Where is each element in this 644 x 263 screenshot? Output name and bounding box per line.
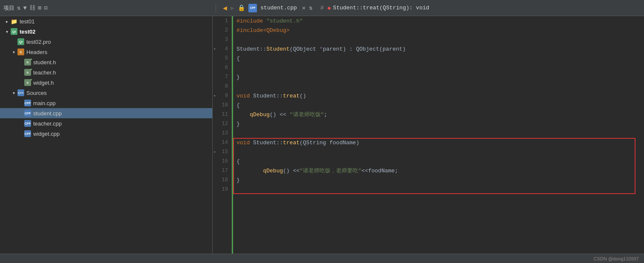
folder-icon-test02: Qt bbox=[10, 28, 18, 35]
expand-icon[interactable]: ⊡ bbox=[44, 4, 47, 11]
line4-fn: Student bbox=[266, 46, 290, 52]
line4-params: ( bbox=[290, 46, 293, 52]
project-toolbar: 项目 ⇅ ▼ ⛓ ⊞ ⊡ bbox=[3, 4, 216, 12]
line14-qstr: QString bbox=[303, 140, 329, 146]
sidebar-item-teacher-h[interactable]: h teacher.h bbox=[0, 67, 212, 77]
line-num-11: 11 bbox=[213, 110, 231, 119]
line9-void: void bbox=[237, 93, 253, 99]
line-numbers: 1 2 3 ▾ 4 5 6 7 8 ▾ 9 10 11 12 13 14 bbox=[213, 16, 232, 254]
collapse-arrow-sources bbox=[10, 89, 17, 96]
line16-brace: { bbox=[237, 158, 240, 165]
diamond-icon: ◆ bbox=[327, 4, 331, 11]
line14-fn: treat bbox=[283, 140, 299, 146]
line1-file: "student.h" bbox=[266, 18, 303, 24]
line-num-14: 14 bbox=[213, 138, 231, 147]
filter-icon[interactable]: ▼ bbox=[23, 5, 26, 11]
nav-forward-button[interactable]: ▶ bbox=[231, 4, 235, 12]
code-line-5: { bbox=[237, 54, 644, 63]
collapse-arrow-test02 bbox=[3, 28, 10, 35]
line7-brace: } bbox=[237, 74, 240, 80]
code-line-4: Student::Student(QObject *parent) : QObj… bbox=[237, 44, 644, 54]
file-icon-test02pro: Qt bbox=[17, 38, 25, 46]
code-line-15 bbox=[237, 147, 644, 157]
file-icon-teacher-h: h bbox=[24, 69, 31, 76]
sidebar-item-main-cpp[interactable]: CPP main.cpp bbox=[0, 98, 212, 108]
cpp-file-icon4: CPP bbox=[24, 130, 31, 137]
line-num-9: ▾ 9 bbox=[213, 91, 231, 100]
close-tab-button[interactable]: ✕ bbox=[302, 4, 305, 11]
line-num-13: 13 bbox=[213, 129, 231, 138]
cpp-folder-icon: C++ bbox=[17, 89, 24, 96]
sidebar: 📁 test01 Qt test02 Qt test02.pro h Heade… bbox=[0, 16, 213, 254]
code-line-8 bbox=[237, 82, 644, 91]
sort-icon[interactable]: ⇅ bbox=[17, 4, 20, 11]
label-test02pro: test02.pro bbox=[26, 39, 51, 45]
cpp-file-icon3: CPP bbox=[24, 120, 31, 127]
line-num-10: 10 bbox=[213, 100, 231, 110]
watermark: CSDN @dong132697 bbox=[593, 256, 639, 261]
sidebar-item-sources[interactable]: C++ Sources bbox=[0, 88, 212, 98]
line-num-4: ▾ 4 bbox=[213, 44, 231, 54]
cpp-file-icon1: CPP bbox=[24, 100, 31, 106]
line4-parent: parent) : bbox=[323, 46, 356, 52]
add-icon[interactable]: ⊞ bbox=[38, 4, 41, 11]
line17-var: foodName; bbox=[368, 168, 398, 174]
collapse-arrow-headers bbox=[10, 49, 17, 55]
dropdown-icon[interactable]: ⇅ bbox=[309, 4, 313, 11]
sidebar-item-teacher-cpp[interactable]: CPP teacher.cpp bbox=[0, 118, 212, 129]
line9-class: Student:: bbox=[253, 93, 283, 99]
arrow-teacher-cpp bbox=[17, 120, 24, 127]
line-num-12: 12 bbox=[213, 119, 231, 129]
line17-op: << bbox=[362, 168, 368, 174]
lock-icon[interactable]: 🔒 bbox=[238, 4, 245, 11]
folder-icon-sources: C++ bbox=[17, 89, 25, 97]
hash-symbol: # bbox=[320, 5, 324, 11]
label-teacher-cpp: teacher.cpp bbox=[33, 120, 62, 127]
line17-indent bbox=[237, 168, 263, 174]
sidebar-item-student-cpp[interactable]: CPP student.cpp bbox=[0, 108, 212, 118]
line4-star: * bbox=[319, 46, 323, 52]
fold-15[interactable]: ▾ bbox=[214, 150, 216, 154]
sidebar-item-widget-h[interactable]: h widget.h bbox=[0, 77, 212, 88]
sidebar-item-test02[interactable]: Qt test02 bbox=[0, 26, 212, 37]
file-icon-student-cpp: CPP bbox=[24, 109, 31, 117]
code-line-7: } bbox=[237, 72, 644, 82]
sidebar-item-test02pro[interactable]: Qt test02.pro bbox=[0, 37, 212, 47]
line-num-19: 19 bbox=[213, 185, 231, 194]
code-line-16: { bbox=[237, 157, 644, 166]
label-widget-cpp: widget.cpp bbox=[33, 131, 60, 137]
editor-toolbar: ◀ ▶ 🔒 CPP student.cpp ✕ ⇅ # ◆ Student::t… bbox=[219, 4, 641, 12]
line11-call: () << bbox=[270, 111, 290, 118]
line17-call: () << bbox=[283, 168, 299, 174]
code-editor[interactable]: 1 2 3 ▾ 4 5 6 7 8 ▾ 9 10 11 12 13 14 bbox=[213, 16, 644, 254]
label-headers: Headers bbox=[26, 49, 47, 55]
label-teacher-h: teacher.h bbox=[33, 69, 56, 76]
sidebar-item-student-h[interactable]: h student.h bbox=[0, 57, 212, 67]
line14-void: void bbox=[237, 140, 253, 146]
nav-back-button[interactable]: ◀ bbox=[223, 4, 227, 12]
file-type-icon: CPP bbox=[248, 4, 257, 12]
fold-4[interactable]: ▾ bbox=[214, 47, 216, 51]
sidebar-item-widget-cpp[interactable]: CPP widget.cpp bbox=[0, 129, 212, 139]
line1-include: #include bbox=[237, 18, 266, 24]
label-student-cpp: student.cpp bbox=[33, 110, 62, 117]
line10-brace: { bbox=[237, 102, 240, 109]
arrow-test02pro bbox=[10, 38, 17, 45]
file-icon-student-h: h bbox=[24, 58, 31, 66]
arrow-teacher-h bbox=[17, 69, 24, 76]
line-num-16: 16 bbox=[213, 157, 231, 166]
qt-icon-test02: Qt bbox=[11, 28, 17, 35]
fold-9[interactable]: ▾ bbox=[214, 94, 216, 98]
sidebar-item-test01[interactable]: 📁 test01 bbox=[0, 16, 212, 26]
line11-str: "请老师吃饭" bbox=[290, 111, 324, 118]
line18-brace: } bbox=[237, 177, 240, 183]
main-content: 📁 test01 Qt test02 Qt test02.pro h Heade… bbox=[0, 16, 644, 254]
sidebar-item-headers[interactable]: h Headers bbox=[0, 47, 212, 57]
line5-brace: { bbox=[237, 55, 240, 62]
function-name: Student::treat(QString): void bbox=[333, 5, 429, 11]
file-icon-teacher-cpp: CPP bbox=[24, 120, 31, 127]
link-icon[interactable]: ⛓ bbox=[29, 5, 35, 11]
line-num-17: 17 bbox=[213, 166, 231, 175]
line-num-18: 18 bbox=[213, 175, 231, 185]
code-line-19 bbox=[237, 185, 644, 194]
